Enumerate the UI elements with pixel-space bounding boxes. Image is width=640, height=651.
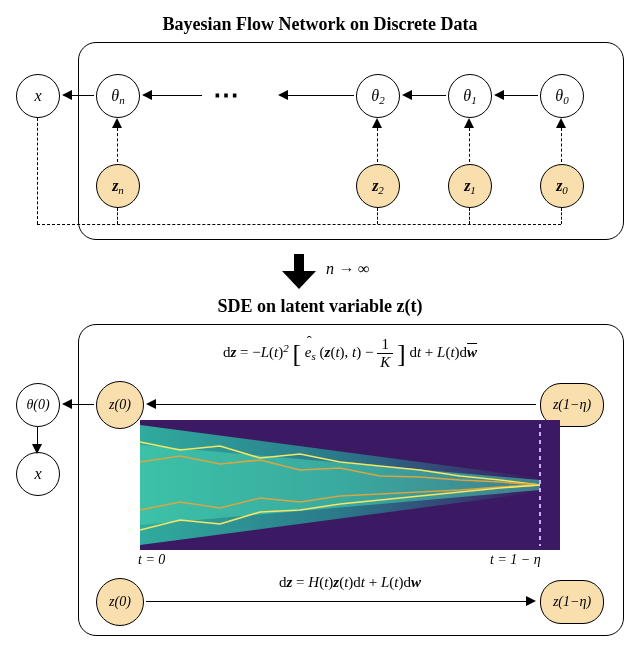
arrow-dash-line bbox=[117, 128, 118, 162]
sym: θ bbox=[463, 87, 471, 104]
label: x bbox=[34, 465, 41, 483]
arrowhead-icon bbox=[142, 90, 152, 100]
sym: θ bbox=[555, 87, 563, 104]
frac-num: 1 bbox=[377, 336, 393, 354]
node-z-2: z2 bbox=[356, 164, 400, 208]
label: z(0) bbox=[109, 594, 131, 610]
arrowhead-icon bbox=[32, 444, 42, 454]
ellipsis-theta: ⋯ bbox=[213, 80, 243, 111]
panel-bfn bbox=[78, 42, 624, 240]
chart-sde-trajectories bbox=[140, 420, 560, 550]
arrow-dash-line bbox=[377, 128, 378, 162]
arrow-line bbox=[72, 404, 94, 405]
arrow-dash-line bbox=[561, 128, 562, 162]
node-theta0: θ(0) bbox=[16, 383, 60, 427]
arrow-dash-line bbox=[469, 128, 470, 162]
bus-dash-line bbox=[469, 208, 470, 224]
arrow-line bbox=[288, 95, 354, 96]
sub: 1 bbox=[470, 184, 476, 196]
sub: n bbox=[118, 184, 124, 196]
label-t0: t = 0 bbox=[138, 552, 165, 568]
arrowhead-icon bbox=[556, 118, 566, 128]
label: z(0) bbox=[109, 397, 131, 413]
node-theta-0: θ0 bbox=[540, 74, 584, 118]
arrowhead-icon bbox=[278, 90, 288, 100]
arrowhead-icon bbox=[464, 118, 474, 128]
arrow-line bbox=[504, 95, 538, 96]
node-x-top: x bbox=[16, 74, 60, 118]
bracket-l-icon: [ bbox=[292, 339, 301, 368]
sub: 0 bbox=[563, 94, 569, 106]
node-z1eta-bottom: z(1−η) bbox=[540, 580, 604, 624]
label-x: x bbox=[34, 87, 41, 105]
node-z-0: z0 bbox=[540, 164, 584, 208]
node-theta-n: θn bbox=[96, 74, 140, 118]
figure-root: Bayesian Flow Network on Discrete Data x… bbox=[0, 0, 640, 651]
arrowhead-icon bbox=[146, 399, 156, 409]
title-top: Bayesian Flow Network on Discrete Data bbox=[0, 14, 640, 35]
eqn-reverse-sde: dz = −L(t)2 [ es (z(t), t) − 1 K ] dt + … bbox=[160, 336, 540, 371]
arrow-line bbox=[412, 95, 446, 96]
sub: 1 bbox=[471, 94, 477, 106]
sub: 0 bbox=[562, 184, 568, 196]
node-theta-1: θ1 bbox=[448, 74, 492, 118]
arrowhead-icon bbox=[494, 90, 504, 100]
arrowhead-icon bbox=[402, 90, 412, 100]
bus-dash-line bbox=[561, 208, 562, 224]
bus-dash-line bbox=[377, 208, 378, 224]
arrow-line bbox=[156, 404, 536, 405]
sub: 2 bbox=[378, 184, 384, 196]
eqn-forward-sde: dz = H(t)z(t)dt + L(t)dw bbox=[160, 574, 540, 591]
label: z(1−η) bbox=[553, 594, 591, 610]
arrow-line bbox=[146, 601, 526, 602]
node-x-bottom: x bbox=[16, 452, 60, 496]
bus-dash-line bbox=[117, 208, 118, 224]
label: z(1−η) bbox=[553, 397, 591, 413]
node-z0-top: z(0) bbox=[96, 381, 144, 429]
frac-den: K bbox=[380, 354, 390, 370]
bus-dash-line bbox=[37, 118, 38, 224]
arrowhead-icon bbox=[62, 399, 72, 409]
arrow-line bbox=[152, 95, 202, 96]
bracket-r-icon: ] bbox=[397, 339, 406, 368]
limit-label: n → ∞ bbox=[326, 260, 369, 278]
arrow-line bbox=[72, 95, 94, 96]
node-z-n: zn bbox=[96, 164, 140, 208]
arrow-down-icon bbox=[282, 254, 316, 288]
arrowhead-icon bbox=[372, 118, 382, 128]
sub: n bbox=[119, 94, 125, 106]
sym: θ bbox=[111, 87, 119, 104]
sub: 2 bbox=[379, 94, 385, 106]
arrowhead-icon bbox=[112, 118, 122, 128]
arrowhead-icon bbox=[526, 596, 536, 606]
node-theta-2: θ2 bbox=[356, 74, 400, 118]
arrowhead-icon bbox=[62, 90, 72, 100]
sub: s bbox=[312, 350, 316, 362]
node-z0-bottom: z(0) bbox=[96, 578, 144, 626]
label: θ(0) bbox=[26, 397, 49, 413]
node-z-1: z1 bbox=[448, 164, 492, 208]
label-t1: t = 1 − η bbox=[490, 552, 541, 568]
bus-dash-line bbox=[37, 224, 561, 225]
sym: θ bbox=[371, 87, 379, 104]
sup: 2 bbox=[283, 342, 289, 354]
title-bottom: SDE on latent variable z(t) bbox=[0, 296, 640, 317]
